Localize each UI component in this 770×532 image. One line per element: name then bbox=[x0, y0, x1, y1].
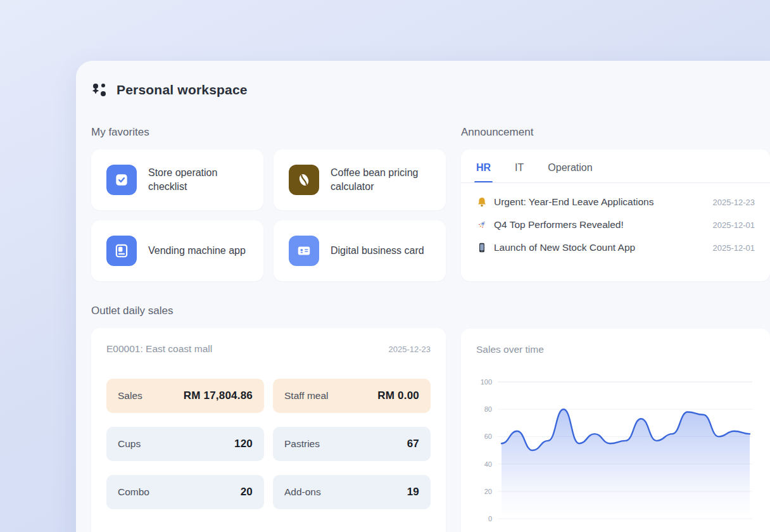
announcement-title: Urgent: Year-End Leave Applications bbox=[494, 196, 653, 208]
coffee-bean-icon bbox=[289, 165, 319, 195]
stat-label: Sales bbox=[118, 390, 142, 402]
stat-cups: Cups 120 bbox=[106, 427, 264, 461]
svg-text:80: 80 bbox=[484, 405, 492, 413]
workspace-header: Personal workspace bbox=[91, 81, 770, 99]
stat-label: Cups bbox=[118, 438, 141, 450]
vending-machine-icon bbox=[106, 236, 137, 266]
favorite-label: Store operation checklist bbox=[148, 166, 248, 193]
stat-label: Pastries bbox=[284, 438, 320, 450]
favorite-digital-business-card[interactable]: Digital business card bbox=[274, 220, 446, 281]
stat-value: 67 bbox=[407, 438, 419, 450]
stat-label: Combo bbox=[118, 486, 149, 498]
stat-value: 20 bbox=[241, 486, 253, 498]
stat-label: Add-ons bbox=[284, 486, 321, 498]
stat-pastries: Pastries 67 bbox=[273, 427, 431, 461]
tabs-divider bbox=[461, 182, 770, 183]
announcement-date: 2025-12-01 bbox=[713, 243, 755, 253]
bell-icon bbox=[476, 196, 488, 208]
sales-stats-grid: Sales RM 17,804.86 Staff meal RM 0.00 Cu… bbox=[106, 379, 431, 509]
outlet-daily-sales-card: E00001: East coast mall 2025-12-23 Sales… bbox=[91, 328, 446, 532]
outlet-name: E00001: East coast mall bbox=[106, 343, 212, 355]
announcement-item[interactable]: Launch of New Stock Count App 2025-12-01 bbox=[476, 236, 755, 259]
favorite-label: Coffee bean pricing calculator bbox=[331, 166, 431, 193]
announcement-title: Q4 Top Performers Revealed! bbox=[494, 219, 624, 231]
svg-text:100: 100 bbox=[481, 378, 492, 386]
favorite-label: Digital business card bbox=[331, 244, 424, 258]
favorites-section-title: My favorites bbox=[91, 125, 446, 139]
stat-value: RM 0.00 bbox=[377, 390, 419, 402]
favorite-vending-machine-app[interactable]: Vending machine app bbox=[91, 220, 263, 281]
favorite-coffee-bean-calculator[interactable]: Coffee bean pricing calculator bbox=[274, 149, 446, 210]
announcement-date: 2025-12-23 bbox=[713, 198, 755, 207]
stat-sales: Sales RM 17,804.86 bbox=[106, 379, 264, 413]
announcement-date: 2025-12-01 bbox=[713, 220, 755, 230]
svg-text:20: 20 bbox=[484, 488, 492, 495]
sales-over-time-chart: 020406080100 bbox=[476, 367, 755, 525]
stat-value: 120 bbox=[234, 438, 253, 450]
tab-it[interactable]: IT bbox=[515, 162, 524, 174]
stat-staff-meal: Staff meal RM 0.00 bbox=[273, 379, 431, 413]
favorite-label: Vending machine app bbox=[148, 244, 246, 258]
page-title: Personal workspace bbox=[117, 82, 248, 98]
favorite-store-operation-checklist[interactable]: Store operation checklist bbox=[91, 149, 263, 210]
announcement-item[interactable]: Urgent: Year-End Leave Applications 2025… bbox=[476, 191, 755, 213]
personal-workspace-panel: Personal workspace My favorites Store op… bbox=[76, 61, 770, 532]
daily-sales-section-title: Outlet daily sales bbox=[91, 304, 446, 318]
workspace-logo-icon bbox=[91, 82, 108, 98]
rocket-icon bbox=[476, 219, 488, 231]
announcement-card: HR IT Operation Urgent: Year-End Leave bbox=[461, 149, 770, 281]
announcement-section-title: Announcement bbox=[461, 125, 770, 139]
tab-hr[interactable]: HR bbox=[476, 162, 491, 174]
business-card-icon bbox=[289, 236, 319, 266]
phone-icon bbox=[476, 242, 488, 253]
announcement-tabs: HR IT Operation bbox=[476, 162, 755, 183]
chart-title: Sales over time bbox=[476, 344, 755, 358]
checklist-icon bbox=[106, 165, 137, 195]
favorites-grid: Store operation checklist Coffee bean pr… bbox=[91, 149, 446, 281]
stat-combo: Combo 20 bbox=[106, 475, 264, 509]
announcement-list: Urgent: Year-End Leave Applications 2025… bbox=[476, 183, 755, 259]
svg-text:0: 0 bbox=[488, 515, 492, 522]
announcement-item[interactable]: Q4 Top Performers Revealed! 2025-12-01 bbox=[476, 213, 755, 236]
sales-over-time-card: Sales over time 020406080100 bbox=[461, 329, 770, 532]
outlet-date: 2025-12-23 bbox=[389, 345, 431, 354]
svg-text:40: 40 bbox=[484, 460, 492, 468]
announcement-title: Launch of New Stock Count App bbox=[494, 242, 635, 253]
stat-value: 19 bbox=[407, 486, 419, 498]
stat-value: RM 17,804.86 bbox=[184, 390, 253, 402]
stat-label: Staff meal bbox=[284, 390, 329, 402]
svg-text:60: 60 bbox=[484, 433, 492, 440]
tab-operation[interactable]: Operation bbox=[548, 162, 592, 174]
stat-add-ons: Add-ons 19 bbox=[273, 475, 431, 509]
